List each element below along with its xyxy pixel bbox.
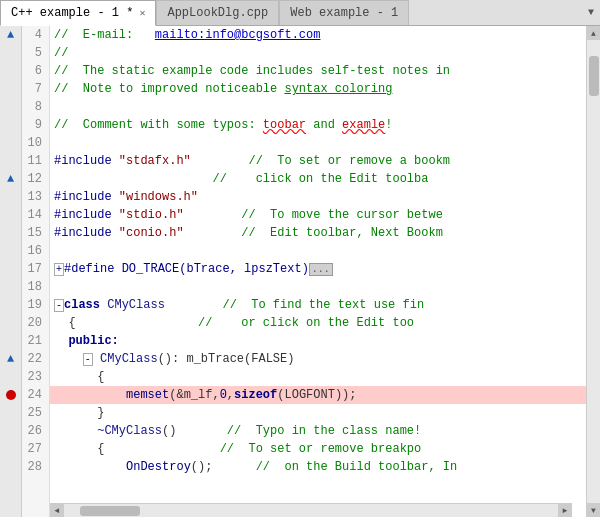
gutter-row: ▲ (0, 26, 21, 44)
gutter-row (0, 440, 21, 458)
code-line: #include "stdafx.h" // To set or remove … (50, 152, 586, 170)
gutter-row (0, 314, 21, 332)
code-line: - CMyClass(): m_bTrace(FALSE) (50, 350, 586, 368)
code-line: // click on the Edit toolba (50, 170, 586, 188)
line-number: 22 (22, 350, 45, 368)
line-number: 25 (22, 404, 45, 422)
code-line: { (50, 368, 586, 386)
breakpoint-icon (6, 390, 16, 400)
line-number: 9 (22, 116, 45, 134)
code-lines: // E-mail: mailto:info@bcgsoft.com // //… (50, 26, 586, 517)
scrollbar-vertical[interactable]: ▲ ▼ (586, 26, 600, 517)
scrollbar-h-thumb[interactable] (80, 506, 140, 516)
gutter-row (0, 44, 21, 62)
line-number: 11 (22, 152, 45, 170)
tab-web-example[interactable]: Web example - 1 (279, 0, 409, 25)
line-number: 23 (22, 368, 45, 386)
gutter-row: ▲ (0, 350, 21, 368)
line-number: 10 (22, 134, 45, 152)
code-line: { // To set or remove breakpo (50, 440, 586, 458)
scrollbar-v-thumb[interactable] (589, 56, 599, 96)
gutter-row (0, 242, 21, 260)
tab-dropdown-button[interactable]: ▼ (582, 0, 600, 25)
code-line (50, 242, 586, 260)
gutter-row (0, 98, 21, 116)
tab-applookdlg[interactable]: AppLookDlg.cpp (156, 0, 279, 25)
bookmark-icon: ▲ (7, 29, 14, 41)
gutter-row (0, 386, 21, 404)
line-number: 15 (22, 224, 45, 242)
scroll-down-arrow[interactable]: ▼ (587, 503, 601, 517)
gutter-row (0, 62, 21, 80)
line-number: 24 (22, 386, 45, 404)
gutter-row (0, 152, 21, 170)
line-number: 18 (22, 278, 45, 296)
gutter-row (0, 422, 21, 440)
line-number: 21 (22, 332, 45, 350)
line-numbers: 4 5 6 7 8 9 10 11 12 13 14 15 16 17 18 1… (22, 26, 50, 517)
code-line: #include "stdio.h" // To move the cursor… (50, 206, 586, 224)
code-line: { // or click on the Edit too (50, 314, 586, 332)
gutter-row (0, 278, 21, 296)
scroll-right-arrow[interactable]: ► (558, 504, 572, 518)
line-number: 17 (22, 260, 45, 278)
tab-label: Web example - 1 (290, 6, 398, 20)
code-line: +#define DO_TRACE(bTrace, lpszText)... (50, 260, 586, 278)
line-number: 16 (22, 242, 45, 260)
line-number: 20 (22, 314, 45, 332)
tab-bar: C++ example - 1 * ✕ AppLookDlg.cpp Web e… (0, 0, 600, 26)
gutter-row (0, 80, 21, 98)
line-number: 7 (22, 80, 45, 98)
line-number: 8 (22, 98, 45, 116)
bookmark-icon: ▲ (7, 353, 14, 365)
gutter-row (0, 458, 21, 476)
scrollbar-horizontal[interactable]: ◄ ► (50, 503, 572, 517)
code-line (50, 278, 586, 296)
line-number: 13 (22, 188, 45, 206)
gutter: ▲ ▲ ▲ (0, 26, 22, 517)
gutter-row (0, 332, 21, 350)
gutter-row (0, 206, 21, 224)
line-number: 12 (22, 170, 45, 188)
tab-label: AppLookDlg.cpp (167, 6, 268, 20)
code-line-highlighted: memset(&m_lf,0,sizeof(LOGFONT)); (50, 386, 586, 404)
code-line: } (50, 404, 586, 422)
scroll-up-arrow[interactable]: ▲ (587, 26, 601, 40)
code-line: // The static example code includes self… (50, 62, 586, 80)
gutter-row (0, 188, 21, 206)
gutter-row (0, 134, 21, 152)
line-number: 4 (22, 26, 45, 44)
bookmark-icon: ▲ (7, 173, 14, 185)
line-number: 5 (22, 44, 45, 62)
line-number: 6 (22, 62, 45, 80)
gutter-row (0, 224, 21, 242)
code-line: // Comment with some typos: toobar and e… (50, 116, 586, 134)
line-number: 19 (22, 296, 45, 314)
tab-close-icon[interactable]: ✕ (139, 7, 145, 19)
line-number: 28 (22, 458, 45, 476)
scroll-left-arrow[interactable]: ◄ (50, 504, 64, 518)
gutter-row: ▲ (0, 170, 21, 188)
tab-label: C++ example - 1 * (11, 6, 133, 20)
line-number: 26 (22, 422, 45, 440)
gutter-row (0, 260, 21, 278)
code-line: // Note to improved noticeable syntax co… (50, 80, 586, 98)
code-line: OnDestroy(); // on the Build toolbar, In (50, 458, 586, 476)
code-line (50, 98, 586, 116)
code-line: ~CMyClass() // Typo in the class name! (50, 422, 586, 440)
code-line: // E-mail: mailto:info@bcgsoft.com (50, 26, 586, 44)
code-area[interactable]: // E-mail: mailto:info@bcgsoft.com // //… (50, 26, 586, 517)
code-line: // (50, 44, 586, 62)
gutter-row (0, 404, 21, 422)
tab-cpp-example[interactable]: C++ example - 1 * ✕ (0, 0, 156, 26)
code-line: #include "conio.h" // Edit toolbar, Next… (50, 224, 586, 242)
line-number: 27 (22, 440, 45, 458)
gutter-row (0, 296, 21, 314)
code-line: public: (50, 332, 586, 350)
app-window: C++ example - 1 * ✕ AppLookDlg.cpp Web e… (0, 0, 600, 517)
editor-container: ▲ ▲ ▲ (0, 26, 600, 517)
code-line: -class CMyClass // To find the text use … (50, 296, 586, 314)
gutter-row (0, 116, 21, 134)
gutter-row (0, 368, 21, 386)
code-line (50, 134, 586, 152)
